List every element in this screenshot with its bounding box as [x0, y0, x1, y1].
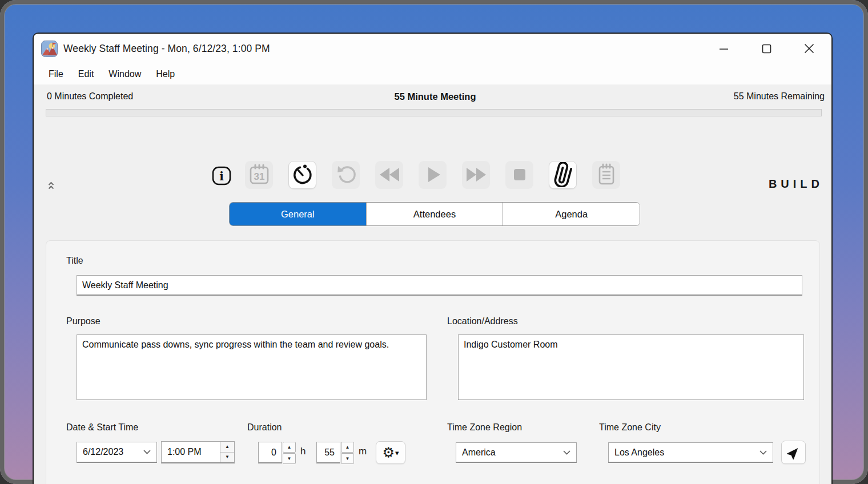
- date-combobox[interactable]: 6/12/2023: [77, 442, 157, 463]
- duration-settings-button[interactable]: ⚙▾: [376, 441, 405, 464]
- reset-button[interactable]: [332, 161, 360, 189]
- reset-icon: [333, 162, 359, 187]
- hours-down-button[interactable]: ▼: [283, 453, 296, 464]
- minutes-stepper: ▲ ▼: [341, 442, 354, 464]
- titlebar: Weekly Staff Meeting - Mon, 6/12/23, 1:0…: [34, 34, 831, 63]
- menubar: File Edit Window Help: [34, 63, 831, 84]
- minutes-remaining-label: 55 Minutes Remaining: [734, 91, 825, 102]
- minimize-button[interactable]: [718, 43, 729, 54]
- attachment-button[interactable]: [549, 161, 577, 189]
- duration-minutes-input[interactable]: [316, 442, 340, 463]
- timer-icon: [290, 162, 315, 187]
- stop-icon: [507, 162, 532, 187]
- time-down-button[interactable]: ▼: [220, 453, 234, 463]
- caret-down-icon: ▾: [395, 449, 399, 457]
- tabbar: General Attendees Agenda: [229, 202, 640, 226]
- play-icon: [420, 162, 445, 187]
- tz-region-label: Time Zone Region: [447, 422, 522, 433]
- menu-help[interactable]: Help: [148, 69, 182, 79]
- menu-edit[interactable]: Edit: [71, 69, 102, 79]
- location-textarea[interactable]: Indigo Customer Room: [458, 334, 804, 400]
- gear-icon: ⚙: [382, 445, 395, 461]
- minutes-unit-label: m: [359, 446, 367, 457]
- tz-city-value: Los Angeles: [614, 447, 664, 458]
- app-icon: [41, 41, 58, 57]
- tab-attendees[interactable]: Attendees: [366, 203, 503, 225]
- time-up-button[interactable]: ▲: [220, 442, 234, 453]
- date-start-label: Date & Start Time: [66, 422, 138, 433]
- calendar-icon: 31: [247, 162, 272, 187]
- minimize-icon: [719, 44, 729, 54]
- notepad-icon: [594, 162, 619, 187]
- hours-stepper: ▲ ▼: [283, 442, 296, 464]
- hours-unit-label: h: [300, 446, 306, 457]
- notes-button[interactable]: [592, 161, 620, 189]
- meeting-length-label: 55 Minute Meeting: [46, 91, 825, 102]
- toolbar: 31: [34, 160, 831, 189]
- svg-text:31: 31: [254, 171, 264, 182]
- date-value: 6/12/2023: [83, 447, 123, 457]
- chevron-down-icon: [143, 450, 151, 454]
- time-value: 1:00 PM: [162, 442, 220, 462]
- minutes-down-button[interactable]: ▼: [341, 453, 354, 464]
- calendar-button[interactable]: 31: [245, 161, 273, 189]
- tz-region-value: America: [462, 447, 496, 458]
- hours-up-button[interactable]: ▲: [283, 442, 296, 453]
- general-tab-panel: Title Purpose Communicate pass downs, sy…: [46, 240, 820, 484]
- close-button[interactable]: [804, 43, 814, 54]
- stop-button[interactable]: [505, 161, 533, 189]
- meeting-progress-bar: [46, 109, 822, 116]
- close-icon: [804, 43, 814, 54]
- paperclip-icon: [550, 162, 576, 187]
- chevron-down-icon: [760, 450, 767, 455]
- window-title: Weekly Staff Meeting - Mon, 6/12/23, 1:0…: [63, 43, 270, 55]
- title-label: Title: [66, 256, 83, 266]
- duration-label: Duration: [247, 422, 282, 433]
- minutes-up-button[interactable]: ▲: [341, 442, 354, 453]
- timer-button[interactable]: [288, 161, 316, 189]
- time-spinner[interactable]: 1:00 PM ▲ ▼: [161, 441, 235, 463]
- rewind-button[interactable]: [375, 161, 403, 189]
- tab-agenda[interactable]: Agenda: [503, 203, 640, 225]
- maximize-icon: [762, 44, 771, 54]
- meeting-window: Weekly Staff Meeting - Mon, 6/12/23, 1:0…: [33, 33, 833, 484]
- purpose-textarea[interactable]: Communicate pass downs, sync progress wi…: [77, 334, 427, 400]
- tz-city-dropdown[interactable]: Los Angeles: [608, 442, 773, 463]
- fast-forward-button[interactable]: [462, 161, 490, 189]
- tab-general[interactable]: General: [230, 203, 366, 225]
- maximize-button[interactable]: [761, 43, 771, 54]
- menu-file[interactable]: File: [41, 69, 71, 79]
- tz-region-dropdown[interactable]: America: [456, 442, 577, 463]
- progress-labels: 0 Minutes Completed 55 Minute Meeting 55…: [46, 91, 825, 105]
- title-input[interactable]: [77, 275, 802, 296]
- tz-city-label: Time Zone City: [599, 422, 661, 433]
- play-button[interactable]: [419, 161, 447, 189]
- duration-hours-input[interactable]: [258, 442, 282, 463]
- rewind-icon: [377, 162, 402, 187]
- purpose-label: Purpose: [66, 316, 101, 326]
- location-label: Location/Address: [447, 316, 518, 326]
- chevron-down-icon: [563, 450, 570, 455]
- navigate-icon: [786, 445, 801, 460]
- build-logo: BUILD: [769, 178, 823, 191]
- desktop-background: Weekly Staff Meeting - Mon, 6/12/23, 1:0…: [0, 0, 868, 484]
- menu-window[interactable]: Window: [101, 69, 148, 79]
- locate-timezone-button[interactable]: [781, 441, 806, 464]
- fast-forward-icon: [464, 162, 489, 187]
